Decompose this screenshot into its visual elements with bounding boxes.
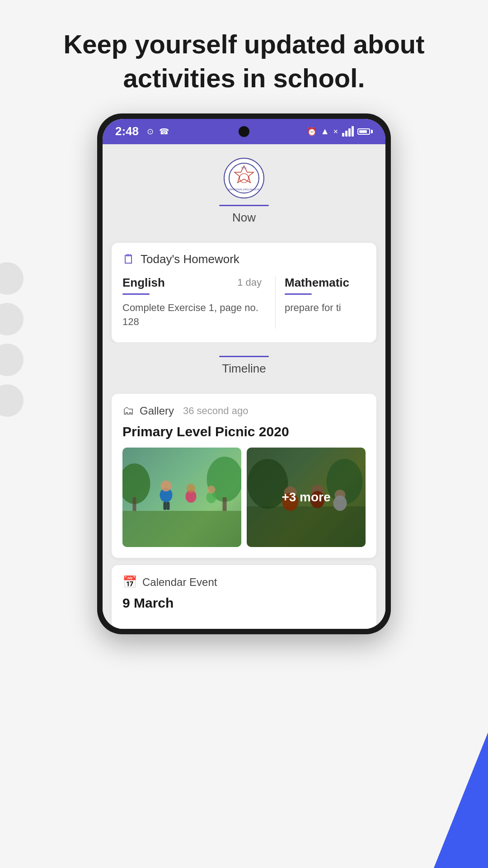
svg-text:INTERNATIONAL ENGLISH SCHOOL: INTERNATIONAL ENGLISH SCHOOL [228, 188, 260, 191]
now-section: INTERNATIONAL ENGLISH SCHOOL NAT'L Now [103, 144, 385, 243]
homework-title: Today's Homework [141, 252, 239, 266]
page: Keep yourself updated about activities i… [0, 0, 488, 868]
signal-x-icon: ✕ [333, 128, 338, 135]
svg-rect-10 [223, 497, 227, 511]
whatsapp-icon: ☎ [159, 127, 169, 137]
school-logo: INTERNATIONAL ENGLISH SCHOOL NAT'L [224, 158, 264, 198]
app-content: INTERNATIONAL ENGLISH SCHOOL NAT'L Now 🗒… [103, 144, 385, 629]
timeline-tab-label: Timeline [222, 362, 266, 376]
calendar-card: 📅 Calendar Event 9 March [112, 565, 376, 629]
math-desc: prepare for ti [285, 301, 366, 315]
homework-card: 🗒 Today's Homework English 1 day [112, 243, 376, 343]
timeline-section: Timeline [103, 342, 385, 394]
math-underline [285, 293, 312, 295]
decorative-circles [0, 262, 23, 417]
signal-bars [342, 126, 354, 137]
more-overlay: +3 more [247, 448, 366, 547]
calendar-content-partial [122, 611, 366, 620]
map-icon: ⊙ [147, 127, 154, 137]
camera-notch [239, 126, 249, 137]
svg-rect-6 [122, 511, 241, 547]
more-count: +3 more [282, 490, 330, 505]
wifi-icon: ▲ [320, 126, 329, 137]
english-days: 1 day [237, 277, 262, 288]
english-desc: Complete Exercise 1, page no. 128 [122, 301, 262, 329]
calendar-type: Calendar Event [142, 576, 217, 589]
homework-header: 🗒 Today's Homework [122, 252, 366, 267]
now-tab-label: Now [232, 211, 256, 225]
gallery-title: Primary Level Picnic 2020 [122, 424, 366, 439]
svg-point-18 [207, 486, 216, 494]
homework-icon: 🗒 [122, 252, 135, 267]
subject-math: Mathematic prepare for ti [275, 276, 366, 329]
svg-rect-14 [167, 502, 170, 510]
gallery-photo-2[interactable]: +3 more [247, 448, 366, 547]
status-icons-left: ⊙ ☎ [147, 127, 169, 137]
status-time: 2:48 [115, 124, 139, 138]
gallery-type: Gallery [140, 405, 174, 417]
math-header: Mathematic [285, 276, 366, 290]
page-title: Keep yourself updated about activities i… [0, 0, 488, 113]
phone-frame: 2:48 ⊙ ☎ ⏰ ▲ ✕ [97, 113, 391, 635]
phone-wrapper: 2:48 ⊙ ☎ ⏰ ▲ ✕ [0, 113, 488, 635]
status-bar: 2:48 ⊙ ☎ ⏰ ▲ ✕ [103, 119, 385, 144]
math-name: Mathematic [285, 276, 349, 290]
homework-subjects: English 1 day Complete Exercise 1, page … [122, 276, 366, 329]
english-header: English 1 day [122, 276, 262, 290]
english-name: English [122, 276, 165, 290]
gallery-card: 🗂 Gallery 36 second ago Primary Level Pi… [112, 394, 376, 558]
svg-text:NAT'L: NAT'L [241, 167, 247, 169]
svg-point-16 [187, 484, 196, 493]
gallery-images: +3 more [122, 448, 366, 547]
svg-point-12 [161, 481, 172, 491]
timeline-tab-underline [219, 356, 269, 357]
alarm-icon: ⏰ [307, 127, 317, 137]
svg-rect-8 [133, 497, 136, 511]
calendar-card-header: 📅 Calendar Event [122, 575, 366, 589]
now-tab-underline [219, 205, 269, 206]
gallery-card-header: 🗂 Gallery 36 second ago [122, 404, 366, 418]
calendar-date: 9 March [122, 595, 366, 611]
battery-icon [357, 128, 373, 135]
status-icons-right: ⏰ ▲ ✕ [307, 126, 373, 137]
calendar-icon: 📅 [122, 575, 137, 589]
gallery-photo-1[interactable] [122, 448, 241, 547]
english-underline [122, 293, 150, 295]
subject-english: English 1 day Complete Exercise 1, page … [122, 276, 275, 329]
svg-rect-13 [164, 502, 167, 510]
gallery-icon: 🗂 [122, 404, 134, 418]
decorative-triangle [434, 732, 488, 868]
gallery-time: 36 second ago [183, 405, 248, 417]
phone-screen: 2:48 ⊙ ☎ ⏰ ▲ ✕ [103, 119, 385, 629]
